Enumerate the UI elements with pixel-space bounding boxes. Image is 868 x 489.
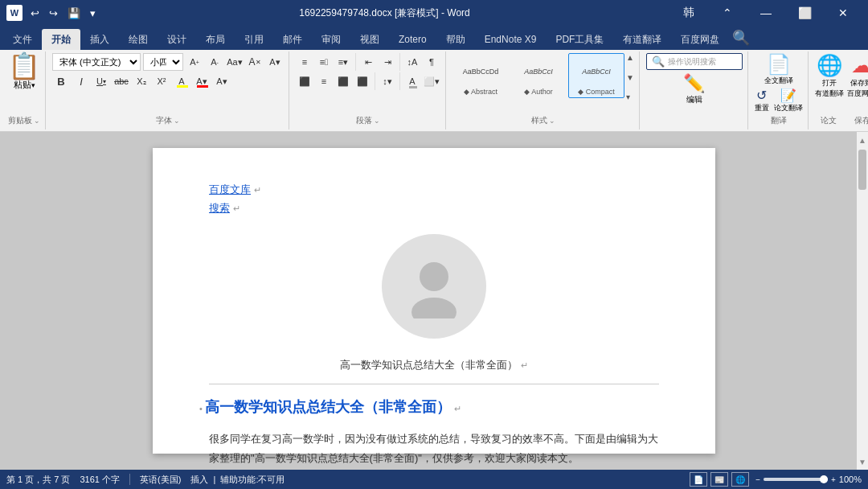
link-baidu-library[interactable]: 百度文库: [209, 183, 251, 195]
tab-pdf[interactable]: PDF工具集: [546, 29, 613, 50]
paste-button[interactable]: 📋 粘贴▾: [8, 53, 40, 91]
editing-button[interactable]: ✏️ 编辑: [683, 73, 705, 105]
paper-translate-button[interactable]: 📝 论文翻译: [774, 88, 803, 113]
translation-content: 📄 全文翻译 ↺ 重置 📝 论文翻译: [755, 53, 803, 113]
paragraph-expand[interactable]: ⌄: [374, 117, 380, 125]
numbering-button[interactable]: ≡⃝: [315, 53, 333, 71]
paragraph-buttons: ≡ ≡⃝ ≡▾ ⇤ ⇥ ↕A ¶ ⬛ ≡ ⬛ ⬛ ↕▾: [296, 53, 440, 90]
styles-down-button[interactable]: ▼: [626, 73, 634, 82]
superscript-button[interactable]: X²: [153, 72, 170, 90]
subscript-button[interactable]: X₂: [133, 72, 150, 90]
align-center-button[interactable]: ≡: [315, 72, 333, 90]
translation-buttons: 📄 全文翻译 ↺ 重置 📝 论文翻译: [755, 53, 803, 113]
decrease-indent-button[interactable]: ⇤: [359, 53, 377, 71]
justify-button[interactable]: ⬛: [354, 72, 371, 90]
style-abstract[interactable]: AaBbCcDd ◆ Abstract: [452, 53, 509, 98]
redo-button[interactable]: ↪: [46, 6, 61, 21]
font-color-button[interactable]: A▾: [193, 72, 211, 90]
style-compact-preview: AaBbCcI: [572, 55, 620, 88]
fulltext-translate-button[interactable]: 📄 全文翻译: [755, 53, 803, 86]
text-highlight-button[interactable]: A: [173, 72, 190, 90]
tab-home[interactable]: 开始: [42, 29, 80, 50]
paragraph-group: ≡ ≡⃝ ≡▾ ⇤ ⇥ ↕A ¶ ⬛ ≡ ⬛ ⬛ ↕▾: [291, 51, 446, 129]
italic-button[interactable]: I: [72, 72, 90, 90]
account-button[interactable]: 韩: [670, 0, 707, 26]
search-input-box[interactable]: 🔍 操作说明搜索: [646, 53, 743, 70]
bullets-button[interactable]: ≡: [296, 53, 313, 71]
tab-zotero[interactable]: Zotero: [389, 29, 436, 50]
line-spacing-button[interactable]: ↕▾: [379, 72, 396, 90]
clipboard-expand[interactable]: ⌄: [34, 117, 40, 125]
search-help-icon[interactable]: 🔍: [732, 29, 750, 47]
minimize-button[interactable]: —: [747, 0, 784, 26]
scroll-down-button[interactable]: ▼: [857, 454, 868, 470]
show-formatting-button[interactable]: ¶: [423, 53, 440, 71]
tab-help[interactable]: 帮助: [436, 29, 475, 50]
tab-view[interactable]: 视图: [350, 29, 389, 50]
scrollbar[interactable]: ▲ ▼: [857, 132, 868, 470]
tab-endnote[interactable]: EndNote X9: [475, 29, 547, 50]
maximize-button[interactable]: ⬜: [786, 0, 823, 26]
font-size-select[interactable]: 小四: [143, 53, 183, 71]
font-name-select[interactable]: 宋体 (中文正文): [52, 53, 141, 71]
styles-up-button[interactable]: ▲: [626, 53, 634, 62]
tab-youdao[interactable]: 有道翻译: [613, 29, 671, 50]
reset-button[interactable]: ↺ 重置: [755, 88, 769, 113]
doc-main-title[interactable]: 高一数学知识点总结大全（非常全面）: [205, 399, 451, 415]
link-search[interactable]: 搜索: [209, 202, 230, 214]
zoom-slider[interactable]: [764, 478, 828, 481]
print-view-button[interactable]: 📰: [710, 472, 728, 487]
close-button[interactable]: ✕: [825, 0, 862, 26]
multilevel-button[interactable]: ≡▾: [334, 53, 352, 71]
clear-format-button[interactable]: A✕: [246, 53, 264, 71]
style-compact[interactable]: AaBbCcI ◆ Compact: [568, 53, 624, 98]
font-case-button[interactable]: Aa▾: [226, 53, 244, 71]
borders-button[interactable]: ⬜▾: [423, 72, 440, 90]
scroll-up-button[interactable]: ▲: [857, 132, 868, 148]
tab-layout[interactable]: 布局: [196, 29, 235, 50]
font-color-a-button[interactable]: A▾: [266, 53, 284, 71]
ribbon-collapse-button[interactable]: ⌃: [709, 0, 746, 26]
strikethrough-button[interactable]: abc: [113, 72, 130, 90]
tab-insert[interactable]: 插入: [80, 29, 119, 50]
search-magnifier-icon: 🔍: [652, 55, 665, 68]
align-right-button[interactable]: ⬛: [334, 72, 352, 90]
zoom-out-button[interactable]: −: [755, 475, 760, 484]
increase-indent-button[interactable]: ⇥: [379, 53, 396, 71]
underline-button[interactable]: U▾: [92, 72, 110, 90]
tab-design[interactable]: 设计: [158, 29, 196, 50]
font-grow-button[interactable]: A+: [186, 53, 203, 71]
styles-expand[interactable]: ⌄: [549, 117, 555, 125]
open-save-buttons: 🌐 打开有道翻译 ☁ 保存到百度网盘: [815, 53, 868, 99]
tab-references[interactable]: 引用: [235, 29, 273, 50]
web-view-button[interactable]: 🌐: [731, 472, 749, 487]
ribbon: 📋 粘贴▾ 剪贴板 ⌄ 宋体 (中文正文) 小四 A+: [0, 50, 868, 132]
language-status[interactable]: 英语(美国): [140, 474, 181, 486]
clipboard-content: 📋 粘贴▾: [8, 53, 40, 113]
tab-file[interactable]: 文件: [3, 29, 42, 50]
open-translate-button[interactable]: 🌐 打开有道翻译: [815, 53, 844, 99]
sort-button[interactable]: ↕A: [403, 53, 421, 71]
align-left-button[interactable]: ⬛: [296, 72, 313, 90]
font-expand[interactable]: ⌄: [174, 117, 180, 125]
styles-more-button[interactable]: ▾: [626, 92, 634, 101]
tab-review[interactable]: 审阅: [312, 29, 350, 50]
undo-button[interactable]: ↩: [27, 6, 43, 21]
scroll-thumb[interactable]: [858, 150, 866, 190]
qa-dropdown[interactable]: ▾: [87, 6, 99, 21]
scroll-track[interactable]: [857, 148, 868, 454]
save-quick-button[interactable]: 💾: [64, 6, 84, 21]
style-author[interactable]: AaBbCcI ◆ Author: [510, 53, 567, 98]
zoom-in-button[interactable]: +: [831, 475, 836, 484]
tab-mailing[interactable]: 邮件: [273, 29, 312, 50]
font-shrink-button[interactable]: A-: [206, 53, 223, 71]
zoom-thumb[interactable]: [820, 475, 828, 483]
font-shading-button[interactable]: A▾: [213, 72, 231, 90]
bold-button[interactable]: B: [52, 72, 70, 90]
word-count: 3161 个字: [80, 474, 120, 486]
shading-button[interactable]: A: [403, 72, 421, 90]
save-baidu-button[interactable]: ☁ 保存到百度网盘: [847, 53, 868, 99]
tab-draw[interactable]: 绘图: [119, 29, 158, 50]
read-view-button[interactable]: 📄: [690, 472, 707, 487]
tab-baidu[interactable]: 百度网盘: [671, 29, 729, 50]
